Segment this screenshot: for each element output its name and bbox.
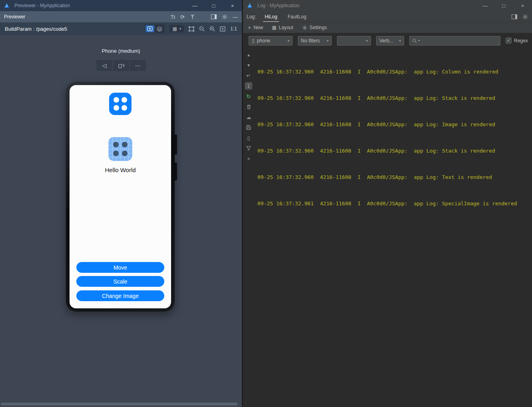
preview-canvas: Phone (medium) ◁ ⋯ — [0, 35, 242, 407]
log-entry: 09-25 16:37:32.960 4216-11608 I A0c0d0/J… — [257, 68, 530, 76]
filter-log-button[interactable] — [245, 145, 252, 152]
settings-button[interactable]: Settings — [302, 25, 327, 30]
view-mode-group — [145, 24, 165, 33]
scroll-down-button[interactable]: ▼ — [245, 62, 252, 69]
preview-toolbar: ▦ ▾ 1:1 — [145, 24, 237, 33]
filters-value: No filters — [301, 38, 320, 44]
log-search-field[interactable]: ▾ — [409, 36, 500, 46]
icon-dot — [122, 142, 128, 147]
up-arrow-icon: ▲ — [247, 53, 251, 57]
window-controls: — □ × — [476, 0, 532, 11]
horizontal-scrollbar[interactable] — [1, 403, 237, 405]
zoom-ratio-label[interactable]: 1:1 — [230, 26, 237, 32]
window-title: Log - MyApplication — [257, 3, 299, 8]
move-button[interactable]: Move — [76, 262, 164, 273]
log-tab-toolbar — [512, 14, 532, 20]
window-title: Previewer - MyApplication — [14, 3, 70, 8]
package-dropdown[interactable]: ▾ — [337, 36, 371, 46]
scale-button[interactable]: Scale — [76, 276, 164, 287]
restart-logging-button[interactable]: ↻ — [245, 93, 252, 100]
tab-hilog[interactable]: HiLog — [263, 11, 279, 22]
log-entry: 09-25 16:37:32.960 4216-11608 I A0c0d0/J… — [257, 94, 530, 103]
close-button[interactable]: × — [513, 0, 532, 11]
app-icon-blue — [109, 93, 132, 115]
more-options-button[interactable]: ⋯ — [130, 60, 146, 71]
close-panel-button[interactable]: × — [245, 155, 252, 162]
rotate-button[interactable] — [113, 60, 129, 71]
scroll-to-end-button[interactable]: ↧ — [245, 82, 252, 89]
caret-down-icon: ▾ — [366, 39, 368, 43]
zoom-out-icon[interactable] — [199, 26, 205, 32]
hello-world-text: Hello World — [70, 167, 171, 173]
panel-layout-icon[interactable] — [512, 14, 517, 19]
maximize-button[interactable]: □ — [494, 0, 513, 11]
close-icon: × — [231, 3, 234, 9]
search-history-caret-icon: ▾ — [418, 39, 420, 42]
close-icon: × — [247, 156, 250, 162]
icon-dot — [122, 97, 127, 103]
text-inspect-icon[interactable]: Tt — [171, 14, 175, 20]
maximize-icon: □ — [502, 3, 506, 9]
deveco-logo-icon — [4, 2, 10, 9]
search-icon — [412, 38, 417, 43]
new-button[interactable]: + New — [248, 24, 263, 31]
log-level-dropdown[interactable]: Verb... ▾ — [376, 36, 404, 46]
settings-gear-icon[interactable] — [522, 14, 528, 20]
log-entry: 09-25 16:37:32.961 4216-11608 I A0c0d0/J… — [257, 199, 530, 208]
frame-bounds-icon[interactable] — [189, 26, 194, 32]
maximize-button[interactable]: □ — [204, 0, 223, 11]
log-filter-bar: ▯ phone ▾ No filters ▾ ▾ Verb... ▾ ▾ ✓ R… — [243, 33, 532, 48]
back-button[interactable]: ◁ — [96, 60, 112, 71]
zoom-in-icon[interactable] — [209, 26, 215, 32]
snapshot-button[interactable]: ☁ — [245, 113, 252, 121]
hide-panel-icon[interactable]: — — [233, 14, 238, 20]
log-entry: 09-25 16:37:32.960 4216-11608 I A0c0d0/J… — [257, 173, 530, 182]
device-dropdown[interactable]: ▯ phone ▾ — [249, 36, 293, 46]
maximize-icon: □ — [212, 3, 215, 9]
icon-dot — [113, 142, 119, 147]
previewer-titlebar: Previewer - MyApplication — □ × — [0, 0, 242, 11]
grid-options-dropdown[interactable]: ▦ ▾ — [169, 25, 184, 32]
layers-mode-button[interactable] — [155, 25, 164, 32]
touch-inspect-icon[interactable] — [190, 14, 195, 20]
clear-log-button[interactable] — [245, 103, 252, 110]
previewer-tab-toolbar: Tt ⟳ — — [171, 14, 242, 20]
rotate-icon — [118, 63, 124, 68]
soft-wrap-button[interactable]: ↵ — [245, 72, 252, 79]
scroll-up-button[interactable]: ▲ — [245, 51, 252, 58]
filter-funnel-icon — [246, 146, 251, 151]
save-log-button[interactable] — [245, 124, 252, 131]
layout-grid-icon: ▦ — [272, 25, 276, 30]
caret-down-icon: ▾ — [179, 27, 181, 31]
preview-mode-button[interactable] — [145, 25, 154, 32]
panel-layout-icon[interactable] — [211, 14, 217, 19]
refresh-icon[interactable]: ⟳ — [180, 14, 185, 20]
regex-checkbox[interactable]: ✓ — [506, 38, 512, 44]
build-param-label: BuildParam : /pages/code5 — [5, 26, 67, 32]
phone-mockup: Hello World Move Scale Change Image — [66, 82, 175, 312]
settings-gear-icon[interactable] — [222, 14, 227, 20]
minimize-button[interactable]: — — [185, 0, 204, 11]
search-input[interactable] — [421, 38, 498, 44]
caret-down-icon: ▾ — [399, 39, 401, 43]
minimize-button[interactable]: — — [476, 0, 494, 11]
previewer-window: Previewer - MyApplication — □ × Previewe… — [0, 0, 242, 407]
layout-label: Layout — [279, 25, 293, 30]
caret-down-icon: ▾ — [327, 39, 329, 43]
device-view-button[interactable]: ▯ — [245, 134, 252, 141]
regex-toggle[interactable]: ✓ Regex — [506, 38, 528, 44]
icon-dot — [114, 97, 119, 103]
tab-previewer[interactable]: Previewer — [4, 14, 25, 20]
log-tab-bar: Log: HiLog FaultLog — [243, 11, 532, 22]
filters-dropdown[interactable]: No filters ▾ — [298, 36, 332, 46]
log-sidebar: ▲ ▼ ↵ ↧ ↻ ☁ ▯ × — [243, 48, 254, 407]
tab-faultlog[interactable]: FaultLog — [286, 11, 308, 22]
cloud-icon: ☁ — [246, 114, 251, 120]
close-button[interactable]: × — [223, 0, 242, 11]
icon-dot — [113, 151, 119, 156]
icon-dot — [114, 105, 119, 111]
plus-icon: + — [248, 24, 251, 31]
layout-button[interactable]: ▦ Layout — [272, 25, 293, 30]
fit-to-screen-icon[interactable] — [220, 26, 225, 32]
change-image-button[interactable]: Change Image — [76, 290, 164, 301]
